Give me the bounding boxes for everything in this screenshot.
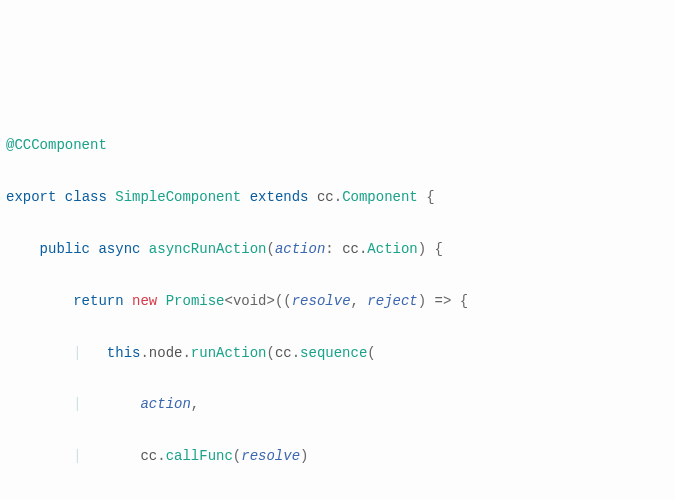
code-block: @CCComponent export class SimpleComponen… xyxy=(6,108,669,500)
dot: . xyxy=(182,345,190,361)
base-class: Component xyxy=(342,189,418,205)
arg-action: action xyxy=(140,396,190,412)
indent-guide: | xyxy=(6,396,140,412)
keyword-async: async xyxy=(98,241,140,257)
generic: <void> xyxy=(224,293,274,309)
class-name: SimpleComponent xyxy=(115,189,241,205)
code-line: | cc.callFunc(resolve) xyxy=(6,444,669,470)
keyword-return: return xyxy=(73,293,123,309)
code-line: return new Promise<void>((resolve, rejec… xyxy=(6,289,669,315)
promise-type: Promise xyxy=(166,293,225,309)
type-action: Action xyxy=(367,241,417,257)
paren: ( xyxy=(266,345,274,361)
namespace: cc xyxy=(317,189,334,205)
code-line: | action, xyxy=(6,392,669,418)
indent xyxy=(6,241,40,257)
paren: ( xyxy=(367,345,375,361)
brace: { xyxy=(418,189,435,205)
fn-runaction: runAction xyxy=(191,345,267,361)
arg-resolve: resolve xyxy=(241,448,300,464)
keyword-this: this xyxy=(107,345,141,361)
paren: ( xyxy=(266,241,274,257)
paren: ) xyxy=(300,448,308,464)
keyword-class: class xyxy=(65,189,107,205)
code-line: | this.node.runAction(cc.sequence( xyxy=(6,341,669,367)
keyword-new: new xyxy=(132,293,157,309)
indent-guide: | xyxy=(6,345,107,361)
namespace: cc xyxy=(275,345,292,361)
param-reject: reject xyxy=(367,293,417,309)
keyword-export: export xyxy=(6,189,56,205)
code-line: @CCComponent xyxy=(6,133,669,159)
namespace: cc xyxy=(342,241,359,257)
param-resolve: resolve xyxy=(292,293,351,309)
namespace: cc xyxy=(140,448,157,464)
keyword-extends: extends xyxy=(250,189,309,205)
dot: . xyxy=(157,448,165,464)
dot: . xyxy=(140,345,148,361)
paren: (( xyxy=(275,293,292,309)
indent-guide: | xyxy=(6,448,140,464)
comma: , xyxy=(191,396,199,412)
prop-node: node xyxy=(149,345,183,361)
dot: . xyxy=(334,189,342,205)
paren-brace: ) { xyxy=(418,241,443,257)
code-line: public async asyncRunAction(action: cc.A… xyxy=(6,237,669,263)
code-line: | )); xyxy=(6,496,669,500)
method-name: asyncRunAction xyxy=(149,241,267,257)
keyword-public: public xyxy=(40,241,90,257)
comma: , xyxy=(351,293,368,309)
arrow: ) => { xyxy=(418,293,468,309)
decorator-name: CCComponent xyxy=(14,137,106,153)
param-action: action xyxy=(275,241,325,257)
fn-callfunc: callFunc xyxy=(166,448,233,464)
dot: . xyxy=(292,345,300,361)
fn-sequence: sequence xyxy=(300,345,367,361)
paren: ( xyxy=(233,448,241,464)
colon: : xyxy=(325,241,342,257)
indent xyxy=(6,293,73,309)
code-line: export class SimpleComponent extends cc.… xyxy=(6,185,669,211)
